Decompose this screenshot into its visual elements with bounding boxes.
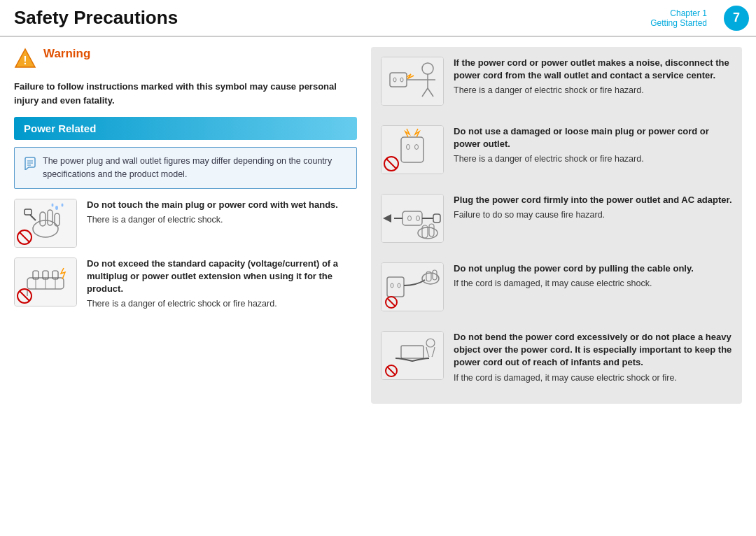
chapter-number: 7 [724,6,749,31]
note-box: The power plug and wall outlet figures m… [14,147,357,189]
left-safety-item-2: Do not exceed the standard capacity (vol… [14,258,357,311]
chapter-info: Chapter 1 Getting Started 7 [650,0,756,31]
svg-text:!: ! [23,55,27,66]
right-safety-text-5: Do not bend the power cord excessively o… [454,331,732,384]
right-safety-bold-4: Do not unplug the power cord by pulling … [454,262,732,275]
damaged-plug-image [381,125,444,174]
svg-rect-61 [382,332,443,379]
left-safety-text-1: Do not touch the main plug or power cord… [87,199,357,227]
note-text: The power plug and wall outlet figures m… [43,155,348,181]
power-related-header: Power Related [14,117,357,140]
plug-firmly-image [381,194,444,243]
left-safety-bold-1: Do not touch the main plug or power cord… [87,199,357,211]
svg-rect-37 [382,126,443,174]
right-safety-item-4: Do not unplug the power cord by pulling … [381,262,732,311]
left-panel: ! Warning Failure to follow instructions… [14,47,357,404]
left-safety-normal-1: There is a danger of electric shock. [87,214,357,227]
left-safety-text-2: Do not exceed the standard capacity (vol… [87,258,357,311]
right-safety-bold-1: If the power cord or power outlet makes … [454,57,732,82]
svg-point-13 [62,203,64,206]
right-safety-normal-3: Failure to do so may cause fire hazard. [454,209,732,222]
svg-rect-28 [382,57,443,105]
right-safety-normal-2: There is a danger of electric shock or f… [454,153,732,166]
left-safety-normal-2: There is a danger of electric shock or f… [87,298,357,311]
right-safety-bold-5: Do not bend the power cord excessively o… [454,331,732,369]
main-content: ! Warning Failure to follow instructions… [0,47,756,404]
warning-label: Warning [43,47,90,61]
left-safety-bold-2: Do not exceed the standard capacity (vol… [87,258,357,296]
right-safety-text-1: If the power cord or power outlet makes … [454,57,732,97]
power-noise-image [381,57,444,106]
right-safety-text-3: Plug the power cord firmly into the powe… [454,194,732,222]
multiplug-image [14,258,77,306]
right-safety-item-5: Do not bend the power cord excessively o… [381,331,732,384]
right-safety-item-2: Do not use a damaged or loose main plug … [381,125,732,174]
svg-point-12 [55,206,58,210]
right-safety-text-4: Do not unplug the power cord by pulling … [454,262,732,290]
right-safety-text-2: Do not use a damaged or loose main plug … [454,125,732,166]
warning-section: ! Warning [14,47,357,71]
unplug-cable-image [381,262,444,311]
svg-point-14 [52,203,54,206]
chapter-sub: Getting Started [650,18,714,28]
warning-icon: ! [14,47,36,71]
right-safety-bold-3: Plug the power cord firmly into the powe… [454,194,732,206]
right-safety-item-3: Plug the power cord firmly into the powe… [381,194,732,243]
warning-description: Failure to follow instructions marked wi… [14,80,357,107]
page-title: Safety Precautions [0,0,650,31]
right-safety-bold-2: Do not use a damaged or loose main plug … [454,125,732,150]
note-icon [23,156,37,174]
left-safety-item-1: Do not touch the main plug or power cord… [14,199,357,248]
wet-hands-image [14,199,77,248]
right-safety-normal-5: If the cord is damaged, it may cause ele… [454,372,732,385]
page-header: Safety Precautions Chapter 1 Getting Sta… [0,0,756,37]
right-safety-item-1: If the power cord or power outlet makes … [381,57,732,106]
right-safety-normal-4: If the cord is damaged, it may cause ele… [454,278,732,290]
chapter-label: Chapter 1 [650,8,714,18]
right-panel: If the power cord or power outlet makes … [371,47,742,404]
bend-cord-image [381,331,444,380]
right-safety-normal-1: There is a danger of electric shock or f… [454,85,732,97]
